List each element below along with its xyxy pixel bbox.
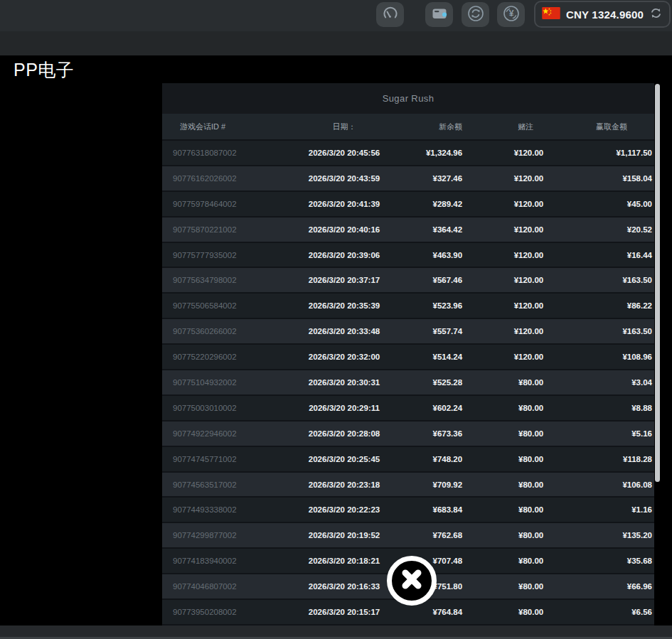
- refresh-icon[interactable]: [649, 6, 663, 23]
- close-icon: [397, 564, 427, 597]
- currency-exchange-button[interactable]: ¥: [497, 2, 525, 27]
- cell-date: 2026/3/20 20:15:17: [280, 608, 408, 616]
- cell-session-id: 90775220296002: [162, 353, 280, 361]
- cell-session-id: 90774493338002: [162, 505, 280, 514]
- table-row: 907747457710022026/3/20 20:25:45¥748.20¥…: [162, 447, 654, 473]
- cell-balance: ¥557.74: [408, 327, 462, 335]
- cell-bet: ¥120.00: [462, 276, 543, 284]
- cell-win: ¥35.68: [543, 557, 654, 565]
- table-row: 907742998770022026/3/20 20:19:52¥762.68¥…: [162, 523, 654, 549]
- cell-session-id: 90774183940002: [162, 557, 280, 565]
- cell-date: 2026/3/20 20:33:48: [280, 327, 408, 335]
- cell-session-id: 90776318087002: [162, 149, 280, 157]
- cell-date: 2026/3/20 20:37:17: [280, 276, 408, 284]
- table-row: 907763180870022026/3/20 20:45:56¥1,324.9…: [162, 141, 654, 166]
- cell-balance: ¥514.24: [408, 353, 462, 361]
- table-row: 907750030100022026/3/20 20:29:11¥602.24¥…: [162, 396, 654, 421]
- table-row: 907744933380022026/3/20 20:22:23¥683.84¥…: [162, 498, 654, 523]
- cell-bet: ¥120.00: [462, 149, 543, 157]
- cell-session-id: 90775978464002: [162, 200, 280, 208]
- cell-date: 2026/3/20 20:29:11: [280, 404, 408, 412]
- modal-title: Sugar Rush: [162, 83, 654, 114]
- cell-bet: ¥80.00: [462, 582, 543, 591]
- cell-balance: ¥683.84: [408, 505, 462, 514]
- cell-win: ¥66.96: [543, 582, 654, 591]
- table-row: 907758702210022026/3/20 20:40:16¥364.42¥…: [162, 218, 654, 243]
- cell-session-id: 90775104932002: [162, 378, 280, 387]
- cell-bet: ¥80.00: [462, 378, 543, 387]
- cell-bet: ¥120.00: [462, 174, 543, 183]
- column-header-win: 赢取金额: [543, 122, 654, 132]
- table-row: 907745635170022026/3/20 20:23:18¥709.92¥…: [162, 473, 654, 498]
- cell-win: ¥1.16: [543, 505, 654, 514]
- cell-bet: ¥120.00: [462, 301, 543, 310]
- table-body: 907763180870022026/3/20 20:45:56¥1,324.9…: [162, 141, 654, 625]
- cell-balance: ¥764.84: [408, 608, 462, 616]
- cell-bet: ¥80.00: [462, 531, 543, 539]
- cell-bet: ¥120.00: [462, 225, 543, 234]
- cell-bet: ¥80.00: [462, 429, 543, 438]
- cell-balance: ¥523.96: [408, 301, 462, 310]
- cell-win: ¥108.96: [543, 353, 654, 361]
- cell-bet: ¥80.00: [462, 608, 543, 616]
- cell-date: 2026/3/20 20:41:39: [280, 200, 408, 208]
- modal-close-button[interactable]: [387, 556, 437, 606]
- table-header: 游戏会话ID # 日期： 新余额 赌注 赢取金额: [162, 114, 654, 141]
- table-row: 907759784640022026/3/20 20:41:39¥289.42¥…: [162, 192, 654, 218]
- sync-button[interactable]: [462, 2, 489, 27]
- table-row: 907749229460022026/3/20 20:28:08¥673.36¥…: [162, 421, 654, 447]
- cell-bet: ¥120.00: [462, 200, 543, 208]
- cell-bet: ¥80.00: [462, 557, 543, 565]
- wallet-button[interactable]: [425, 2, 453, 27]
- cell-date: 2026/3/20 20:22:23: [280, 505, 408, 514]
- modal-scrollbar-track[interactable]: [654, 83, 661, 625]
- cell-date: 2026/3/20 20:35:39: [280, 301, 408, 310]
- cell-balance: ¥602.24: [408, 404, 462, 412]
- cell-win: ¥6.56: [543, 608, 654, 616]
- table-row: 907757779350022026/3/20 20:39:06¥463.90¥…: [162, 243, 654, 269]
- gauge-button[interactable]: [376, 2, 404, 27]
- column-header-date: 日期：: [280, 122, 408, 132]
- cell-balance: ¥364.42: [408, 225, 462, 234]
- currency-selector[interactable]: CNY 1324.9600: [534, 1, 671, 28]
- cell-session-id: 90774745771002: [162, 455, 280, 463]
- table-row: 907751049320022026/3/20 20:30:31¥525.28¥…: [162, 370, 654, 396]
- cell-win: ¥118.28: [543, 455, 654, 463]
- cell-date: 2026/3/20 20:28:08: [280, 429, 408, 438]
- currency-exchange-icon: ¥: [502, 4, 521, 26]
- cell-session-id: 90775506584002: [162, 301, 280, 310]
- modal-scrollbar-thumb[interactable]: [655, 84, 660, 482]
- cell-balance: ¥289.42: [408, 200, 462, 208]
- cell-balance: ¥673.36: [408, 429, 462, 438]
- china-flag-icon: [542, 7, 560, 22]
- cell-win: ¥86.22: [543, 301, 654, 310]
- cell-balance: ¥327.46: [408, 174, 462, 183]
- cell-session-id: 90775634798002: [162, 276, 280, 284]
- cell-win: ¥5.16: [543, 429, 654, 438]
- cell-session-id: 90773950208002: [162, 608, 280, 616]
- cell-balance: ¥748.20: [408, 455, 462, 463]
- cell-win: ¥45.00: [543, 200, 654, 208]
- cell-balance: ¥567.46: [408, 276, 462, 284]
- cell-bet: ¥80.00: [462, 455, 543, 463]
- wallet-icon: [431, 5, 448, 25]
- cell-bet: ¥80.00: [462, 505, 543, 514]
- cell-bet: ¥80.00: [462, 404, 543, 412]
- svg-text:¥: ¥: [508, 9, 513, 18]
- bottom-bar: [0, 625, 672, 637]
- cell-session-id: 90774046807002: [162, 582, 280, 591]
- cell-win: ¥20.52: [543, 225, 654, 234]
- table-row: 907752202960022026/3/20 20:32:00¥514.24¥…: [162, 345, 654, 370]
- cell-win: ¥16.44: [543, 251, 654, 259]
- cell-bet: ¥120.00: [462, 251, 543, 259]
- cell-session-id: 90776162026002: [162, 174, 280, 183]
- cell-win: ¥8.88: [543, 404, 654, 412]
- cell-balance: ¥762.68: [408, 531, 462, 539]
- currency-balance: CNY 1324.9600: [566, 9, 644, 21]
- cell-win: ¥1,117.50: [543, 149, 654, 157]
- screen: ¥ CNY 1324.9600 PP电子 Suga: [0, 0, 672, 639]
- sync-icon: [466, 4, 485, 26]
- cell-bet: ¥80.00: [462, 480, 543, 489]
- cell-date: 2026/3/20 20:18:21: [280, 557, 408, 565]
- cell-date: 2026/3/20 20:39:06: [280, 251, 408, 259]
